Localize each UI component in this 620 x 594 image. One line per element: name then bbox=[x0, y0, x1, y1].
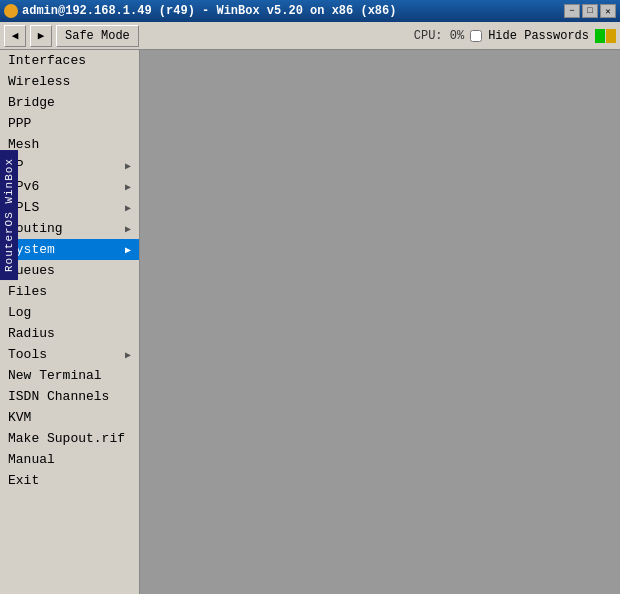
sidebar-item-log[interactable]: Log bbox=[0, 302, 139, 323]
sidebar-item-ppp[interactable]: PPP bbox=[0, 113, 139, 134]
sidebar-item-label: Wireless bbox=[8, 74, 70, 89]
sidebar-item-make-supout[interactable]: Make Supout.rif bbox=[0, 428, 139, 449]
maximize-button[interactable]: □ bbox=[582, 4, 598, 18]
app-icon bbox=[4, 4, 18, 18]
sidebar-item-label: New Terminal bbox=[8, 368, 102, 383]
sidebar-item-mesh[interactable]: Mesh bbox=[0, 134, 139, 155]
status-light-green bbox=[595, 29, 605, 43]
sidebar: InterfacesWirelessBridgePPPMeshIP▶IPv6▶M… bbox=[0, 50, 140, 594]
sidebar-item-label: Make Supout.rif bbox=[8, 431, 125, 446]
sidebar-item-interfaces[interactable]: Interfaces bbox=[0, 50, 139, 71]
sidebar-item-queues[interactable]: Queues bbox=[0, 260, 139, 281]
submenu-arrow-icon: ▶ bbox=[125, 202, 131, 214]
sidebar-item-wireless[interactable]: Wireless bbox=[0, 71, 139, 92]
sidebar-item-mpls[interactable]: MPLS▶ bbox=[0, 197, 139, 218]
back-button[interactable]: ◀ bbox=[4, 25, 26, 47]
sidebar-item-exit[interactable]: Exit bbox=[0, 470, 139, 491]
sidebar-item-routing[interactable]: Routing▶ bbox=[0, 218, 139, 239]
content-area bbox=[140, 50, 620, 594]
sidebar-item-ipv6[interactable]: IPv6▶ bbox=[0, 176, 139, 197]
sidebar-item-radius[interactable]: Radius bbox=[0, 323, 139, 344]
sidebar-item-kvm[interactable]: KVM bbox=[0, 407, 139, 428]
sidebar-item-system[interactable]: System▶ bbox=[0, 239, 139, 260]
menu-list: InterfacesWirelessBridgePPPMeshIP▶IPv6▶M… bbox=[0, 50, 139, 491]
sidebar-item-label: Interfaces bbox=[8, 53, 86, 68]
sidebar-item-isdn-channels[interactable]: ISDN Channels bbox=[0, 386, 139, 407]
sidebar-item-label: Manual bbox=[8, 452, 55, 467]
sidebar-item-ip[interactable]: IP▶ bbox=[0, 155, 139, 176]
sidebar-item-label: KVM bbox=[8, 410, 31, 425]
sidebar-item-files[interactable]: Files bbox=[0, 281, 139, 302]
sidebar-item-label: ISDN Channels bbox=[8, 389, 109, 404]
safe-mode-button[interactable]: Safe Mode bbox=[56, 25, 139, 47]
window-controls: − □ ✕ bbox=[564, 4, 616, 18]
submenu-arrow-icon: ▶ bbox=[125, 223, 131, 235]
toolbar: ◀ ▶ Safe Mode CPU: 0% Hide Passwords bbox=[0, 22, 620, 50]
toolbar-right: CPU: 0% Hide Passwords bbox=[414, 29, 616, 43]
title-text: admin@192.168.1.49 (r49) - WinBox v5.20 … bbox=[4, 4, 396, 18]
sidebar-item-tools[interactable]: Tools▶ bbox=[0, 344, 139, 365]
sidebar-item-label: Log bbox=[8, 305, 31, 320]
submenu-arrow-icon: ▶ bbox=[125, 244, 131, 256]
submenu-arrow-icon: ▶ bbox=[125, 181, 131, 193]
status-light-yellow bbox=[606, 29, 616, 43]
sidebar-item-manual[interactable]: Manual bbox=[0, 449, 139, 470]
hide-passwords-label[interactable]: Hide Passwords bbox=[488, 29, 589, 43]
main-area: InterfacesWirelessBridgePPPMeshIP▶IPv6▶M… bbox=[0, 50, 620, 594]
sidebar-item-label: PPP bbox=[8, 116, 31, 131]
sidebar-item-label: Exit bbox=[8, 473, 39, 488]
hide-passwords-checkbox[interactable] bbox=[470, 30, 482, 42]
window-title: admin@192.168.1.49 (r49) - WinBox v5.20 … bbox=[22, 4, 396, 18]
side-label: RouterOS WinBox bbox=[0, 150, 18, 280]
close-button[interactable]: ✕ bbox=[600, 4, 616, 18]
sidebar-item-label: Radius bbox=[8, 326, 55, 341]
sidebar-item-label: Files bbox=[8, 284, 47, 299]
status-lights bbox=[595, 29, 616, 43]
sidebar-item-label: Tools bbox=[8, 347, 47, 362]
sidebar-item-bridge[interactable]: Bridge bbox=[0, 92, 139, 113]
forward-button[interactable]: ▶ bbox=[30, 25, 52, 47]
title-bar: admin@192.168.1.49 (r49) - WinBox v5.20 … bbox=[0, 0, 620, 22]
submenu-arrow-icon: ▶ bbox=[125, 160, 131, 172]
cpu-display: CPU: 0% bbox=[414, 29, 464, 43]
submenu-arrow-icon: ▶ bbox=[125, 349, 131, 361]
sidebar-item-new-terminal[interactable]: New Terminal bbox=[0, 365, 139, 386]
minimize-button[interactable]: − bbox=[564, 4, 580, 18]
sidebar-item-label: Bridge bbox=[8, 95, 55, 110]
